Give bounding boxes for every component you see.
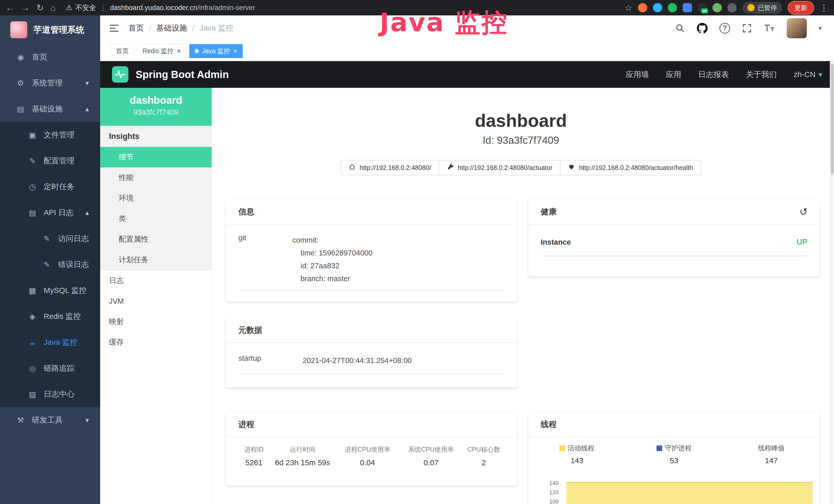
health-url-button[interactable]: http://192.168.0.2:48080/actuator/health	[560, 160, 701, 175]
extension-translate-icon[interactable]: on	[698, 3, 707, 12]
menu-item-logs[interactable]: 日志	[100, 270, 212, 291]
hamburger-icon[interactable]	[109, 24, 119, 32]
chevron-down-icon[interactable]: ▾	[818, 25, 822, 32]
extension-leaf-icon[interactable]	[712, 3, 722, 12]
wrench-icon	[447, 164, 454, 172]
sidebar-item-label: 日志中心	[44, 389, 74, 399]
menu-item-jvm[interactable]: JVM	[100, 291, 212, 312]
sidebar-item-java[interactable]: ☕ Java 监控	[0, 329, 100, 356]
sidebar-item-job[interactable]: ◷ 定时任务	[0, 174, 100, 200]
sidebar-item-log-center[interactable]: ▨ 日志中心	[0, 381, 100, 407]
process-table: 进程ID 运行时间 进程CPU使用率 系统CPU使用率 CPU核心数 5261 …	[226, 437, 517, 467]
instance-block[interactable]: dashboard 93a3fc7f7409	[100, 88, 212, 126]
sidebar-item-label: 配置管理	[44, 156, 74, 166]
github-icon[interactable]	[697, 23, 708, 33]
menu-item-caches[interactable]: 缓存	[100, 332, 212, 352]
scrollbar-thumb[interactable]	[831, 64, 833, 174]
cell-value: 0.04	[334, 458, 401, 467]
nav-journal[interactable]: 日志报表	[698, 69, 729, 80]
reload-icon[interactable]: ↻	[37, 3, 44, 12]
breadcrumb-current: Java 监控	[200, 23, 234, 33]
address-bar[interactable]: dashboard.yudao.iocoder.cn/infra/admin-s…	[110, 4, 255, 12]
actuator-url-button[interactable]: http://192.168.0.2:48080/actuator	[439, 160, 561, 175]
card-title: 线程	[541, 419, 556, 430]
breadcrumb-home[interactable]: 首页	[128, 23, 144, 33]
sidebar-item-home[interactable]: ◉ 首页	[0, 44, 100, 70]
tab-redis-monitor[interactable]: Redis 监控 ×	[137, 44, 186, 58]
logcenter-icon: ▨	[27, 390, 38, 399]
menu-item-scheduledtasks[interactable]: 计划任务	[100, 250, 212, 270]
extension-green-icon[interactable]	[668, 3, 677, 12]
update-button[interactable]: 更新	[788, 1, 814, 15]
menu-item-performance[interactable]: 性能	[100, 167, 212, 188]
sidebar-item-devtools[interactable]: ⚒ 研发工具 ▾	[0, 407, 100, 433]
chevron-up-icon: ▴	[86, 105, 89, 113]
scrollbar[interactable]	[830, 61, 834, 504]
process-table-values: 5261 6d 23h 15m 59s 0.04 0.07 2	[236, 454, 507, 467]
language-value: zh-CN	[794, 70, 815, 79]
home-icon[interactable]: ⌂	[50, 3, 56, 12]
access-log-icon: ✎	[41, 234, 52, 243]
browser-menu-icon[interactable]: ⋮	[820, 3, 828, 13]
fullscreen-icon[interactable]	[742, 23, 752, 33]
card-title: 元数据	[238, 325, 262, 336]
menu-item-environment[interactable]: 环境	[100, 188, 212, 208]
sidebar-item-error-log[interactable]: ✎ 错误日志	[0, 252, 100, 278]
menu-item-configprops[interactable]: 配置属性	[100, 229, 212, 250]
language-selector[interactable]: zh-CN ▾	[794, 70, 822, 79]
sidebar-item-file[interactable]: ▣ 文件管理	[0, 122, 100, 148]
sidebar-item-system[interactable]: ⚙ 系统管理 ▾	[0, 70, 100, 96]
forward-icon[interactable]: →	[21, 3, 30, 12]
search-icon[interactable]	[675, 23, 685, 33]
help-icon[interactable]: ?	[720, 23, 730, 33]
back-icon[interactable]: ←	[6, 3, 14, 12]
info-card-header: 信息	[226, 200, 517, 224]
sidebar-item-redis[interactable]: ◈ Redis 监控	[0, 303, 100, 329]
info-card-body: git commit: time: 1596289704000 id: 27aa…	[226, 224, 517, 291]
tools-icon: ⚒	[15, 416, 26, 425]
health-card: 健康 ↺ Instance UP	[528, 200, 820, 276]
close-icon[interactable]: ×	[177, 47, 181, 55]
extension-paw-icon[interactable]	[727, 3, 737, 12]
sidebar-item-infra[interactable]: ▤ 基础设施 ▴	[0, 96, 100, 122]
sidebar-item-access-log[interactable]: ✎ 访问日志	[0, 226, 100, 252]
legend-value: 143	[528, 456, 626, 465]
extension-drop-icon[interactable]	[653, 3, 662, 12]
menu-item-mappings[interactable]: 映射	[100, 312, 212, 332]
card-title: 信息	[238, 206, 254, 217]
extension-grid-icon[interactable]	[683, 3, 692, 12]
breadcrumb-separator: /	[149, 24, 151, 32]
sidebar-item-label: 研发工具	[32, 415, 63, 426]
extension-fox-icon[interactable]	[638, 3, 647, 12]
avatar[interactable]	[787, 18, 807, 38]
chevron-up-icon: ▴	[86, 209, 89, 217]
sidebar-item-mysql[interactable]: ▦ MySQL 监控	[0, 278, 100, 303]
tab-java-monitor[interactable]: Java 监控 ×	[189, 44, 243, 58]
sidebar-item-label: 首页	[32, 52, 47, 62]
service-url-button[interactable]: http://192.168.0.2:48080/	[341, 160, 439, 175]
divider	[103, 4, 103, 12]
security-indicator[interactable]: ⚠ 不安全	[66, 3, 96, 12]
sidebar-item-api-log[interactable]: ▤ API 日志 ▴	[0, 200, 100, 226]
bookmark-star-icon[interactable]: ☆	[625, 3, 632, 12]
paused-badge[interactable]: 已暂停	[742, 2, 782, 14]
legend-live-threads: 活动线程 143	[528, 444, 626, 465]
sba-logo-icon	[112, 66, 128, 83]
gear-icon: ⚙	[15, 78, 26, 88]
sidebar-item-config[interactable]: ✎ 配置管理	[0, 148, 100, 174]
menu-item-details[interactable]: 细节	[100, 147, 212, 167]
history-icon[interactable]: ↺	[799, 206, 808, 217]
process-table-headers: 进程ID 运行时间 进程CPU使用率 系统CPU使用率 CPU核心数	[236, 445, 507, 454]
nav-applications[interactable]: 应用	[666, 69, 681, 80]
nav-about[interactable]: 关于我们	[746, 69, 777, 80]
font-size-icon[interactable]	[764, 23, 775, 33]
breadcrumb-infra[interactable]: 基础设施	[156, 23, 187, 33]
menu-item-classes[interactable]: 类	[100, 208, 212, 229]
close-icon[interactable]: ×	[233, 47, 237, 55]
nav-wallboard[interactable]: 应用墙	[626, 69, 649, 80]
tab-home[interactable]: 首页	[110, 44, 134, 58]
log-icon: ▤	[27, 208, 38, 217]
sidebar-item-label: Redis 监控	[44, 311, 81, 322]
threads-chart: 140 120 100	[528, 475, 820, 504]
sidebar-item-trace[interactable]: ◎ 链路追踪	[0, 356, 100, 381]
